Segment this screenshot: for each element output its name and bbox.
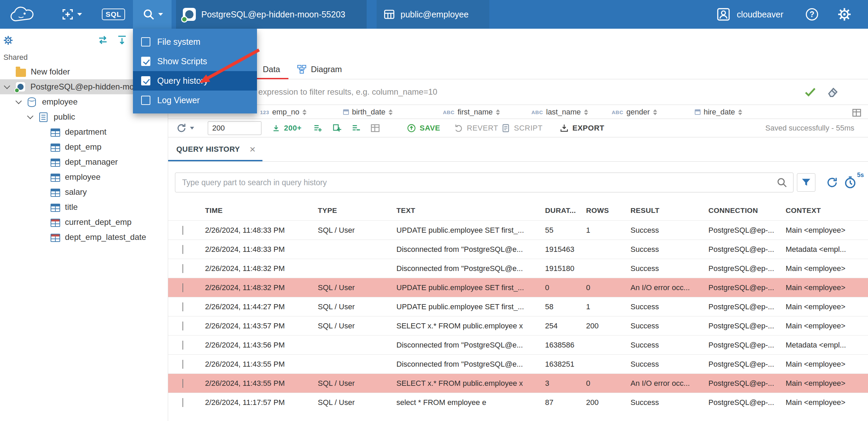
grid-options-button[interactable] bbox=[370, 123, 380, 133]
sort-icon[interactable] bbox=[389, 109, 393, 115]
expander-chevron-icon[interactable] bbox=[4, 83, 10, 89]
grid-column-header[interactable]: date hire_date bbox=[695, 108, 742, 117]
query-history-search-input[interactable] bbox=[175, 173, 794, 192]
sort-icon[interactable] bbox=[738, 109, 742, 115]
history-row[interactable]: 2/26/2024, 11:17:57 PM SQL / User select… bbox=[168, 393, 868, 412]
fetch-more-button[interactable]: 200+ bbox=[272, 124, 302, 133]
cell-result: Success bbox=[630, 264, 708, 273]
history-row[interactable]: 2/26/2024, 11:48:33 PM Disconnected from… bbox=[168, 240, 868, 259]
tools-menu-item[interactable]: Query history bbox=[133, 71, 257, 91]
clear-filter-button[interactable] bbox=[825, 84, 841, 100]
query-history-tab[interactable]: QUERY HISTORY × bbox=[168, 137, 262, 161]
apply-filter-button[interactable] bbox=[802, 84, 818, 100]
view-tab[interactable]: Data bbox=[255, 60, 288, 79]
new-connection-button[interactable] bbox=[61, 0, 82, 29]
history-row[interactable]: 2/26/2024, 11:48:33 PM SQL / User UPDATE… bbox=[168, 220, 868, 240]
export-label: EXPORT bbox=[572, 124, 604, 133]
tree-item[interactable]: title bbox=[0, 200, 168, 215]
save-button[interactable]: SAVE bbox=[407, 123, 440, 133]
tree-item[interactable]: dept_emp bbox=[0, 139, 168, 154]
auto-refresh-button[interactable]: 5s bbox=[843, 176, 857, 189]
tree-item[interactable]: current_dept_emp bbox=[0, 215, 168, 230]
tree-item[interactable]: dept_manager bbox=[0, 154, 168, 169]
grid-column-header[interactable]: ABC last_name bbox=[531, 108, 588, 117]
tools-menu-item[interactable]: Log Viewer bbox=[133, 91, 257, 110]
tree-item-label: dept_manager bbox=[65, 157, 118, 167]
collapse-all-button[interactable] bbox=[116, 35, 128, 46]
refresh-icon bbox=[176, 122, 187, 134]
grid-column-header[interactable]: 123 emp_no bbox=[260, 108, 307, 117]
fetch-page-icon bbox=[272, 124, 281, 133]
cell-rows: 0 bbox=[586, 379, 630, 388]
tree-item-icon bbox=[16, 69, 26, 77]
grid-column-header[interactable]: ABC first_name bbox=[443, 108, 500, 117]
help-button[interactable]: ? bbox=[806, 0, 818, 29]
expand-row-chevron-icon[interactable] bbox=[182, 360, 183, 369]
editor-tab-strip bbox=[168, 29, 868, 60]
history-row[interactable]: 2/26/2024, 11:43:55 PM SQL / User SELECT… bbox=[168, 374, 868, 393]
plus-icon bbox=[61, 8, 74, 21]
duplicate-row-button[interactable] bbox=[332, 123, 342, 133]
grid-settings-icon[interactable] bbox=[852, 108, 862, 118]
checkbox[interactable] bbox=[141, 96, 150, 105]
tree-item[interactable]: employee bbox=[0, 169, 168, 185]
script-button[interactable]: SCRIPT bbox=[501, 123, 543, 133]
grid-column-header[interactable]: date birth_date bbox=[343, 108, 393, 117]
checkbox[interactable] bbox=[141, 76, 150, 85]
expand-row-chevron-icon[interactable] bbox=[182, 322, 183, 330]
save-label: SAVE bbox=[420, 124, 440, 133]
sync-selection-button[interactable] bbox=[97, 35, 109, 46]
expand-row-chevron-icon[interactable] bbox=[182, 398, 183, 407]
tree-item[interactable]: salary bbox=[0, 185, 168, 200]
sidebar-settings-button[interactable] bbox=[3, 35, 14, 47]
history-refresh-button[interactable] bbox=[826, 176, 839, 189]
export-button[interactable]: EXPORT bbox=[559, 123, 604, 133]
expand-row-chevron-icon[interactable] bbox=[182, 264, 183, 273]
schema-selector[interactable]: public@employee bbox=[377, 0, 489, 29]
row-limit-input[interactable] bbox=[208, 121, 261, 135]
sql-editor-button[interactable]: SQL bbox=[102, 0, 125, 29]
view-tab[interactable]: Diagram bbox=[288, 60, 350, 79]
query-history-tab-label: QUERY HISTORY bbox=[176, 145, 240, 154]
history-filter-button[interactable] bbox=[797, 173, 815, 192]
expand-row-chevron-icon[interactable] bbox=[182, 245, 183, 254]
tree-item[interactable]: dept_emp_latest_date bbox=[0, 230, 168, 245]
cell-context: Main <employee> bbox=[786, 322, 868, 330]
expand-row-chevron-icon[interactable] bbox=[182, 283, 183, 292]
history-row[interactable]: 2/26/2024, 11:48:32 PM SQL / User UPDATE… bbox=[168, 278, 868, 297]
history-row[interactable]: 2/26/2024, 11:43:57 PM SQL / User SELECT… bbox=[168, 316, 868, 335]
history-row[interactable]: 2/26/2024, 11:43:55 PM Disconnected from… bbox=[168, 354, 868, 374]
expand-row-chevron-icon[interactable] bbox=[182, 379, 183, 388]
sort-icon[interactable] bbox=[653, 109, 657, 115]
cell-time: 2/26/2024, 11:44:27 PM bbox=[205, 302, 318, 311]
close-icon[interactable]: × bbox=[249, 144, 256, 154]
refresh-data-button[interactable] bbox=[176, 122, 194, 134]
checkbox[interactable] bbox=[141, 37, 150, 46]
history-row[interactable]: 2/26/2024, 11:44:27 PM SQL / User UPDATE… bbox=[168, 297, 868, 316]
connection-selector[interactable]: PostgreSQL@ep-hidden-moon-55203 bbox=[176, 0, 367, 29]
expand-row-chevron-icon[interactable] bbox=[182, 226, 183, 235]
settings-button[interactable] bbox=[837, 0, 852, 29]
sort-icon[interactable] bbox=[584, 109, 588, 115]
add-row-button[interactable] bbox=[313, 123, 323, 133]
tools-menu-item[interactable]: Show Scripts bbox=[133, 52, 257, 71]
cloudbeaver-logo[interactable] bbox=[9, 0, 36, 29]
delete-row-button[interactable] bbox=[351, 123, 361, 133]
tree-item[interactable]: department bbox=[0, 124, 168, 139]
data-filter-bar[interactable]: expression to filter results, e.g. colum… bbox=[168, 79, 868, 105]
checkbox[interactable] bbox=[141, 57, 150, 66]
tools-menu-button[interactable] bbox=[133, 0, 172, 29]
tools-menu-item[interactable]: File system bbox=[133, 32, 257, 52]
history-row[interactable]: 2/26/2024, 11:43:56 PM Disconnected from… bbox=[168, 335, 868, 354]
sort-icon[interactable] bbox=[302, 109, 307, 115]
expand-row-chevron-icon[interactable] bbox=[182, 302, 183, 311]
grid-column-header[interactable]: ABC gender bbox=[612, 108, 657, 117]
history-row[interactable]: 2/26/2024, 11:48:32 PM Disconnected from… bbox=[168, 259, 868, 278]
expand-row-chevron-icon[interactable] bbox=[182, 341, 183, 350]
expander-chevron-icon[interactable] bbox=[27, 113, 33, 119]
user-menu[interactable]: cloudbeaver bbox=[716, 0, 783, 29]
expander-chevron-icon[interactable] bbox=[15, 98, 22, 104]
sort-icon[interactable] bbox=[496, 109, 500, 115]
revert-button[interactable]: REVERT bbox=[454, 123, 498, 133]
column-header: TEXT bbox=[396, 206, 545, 215]
